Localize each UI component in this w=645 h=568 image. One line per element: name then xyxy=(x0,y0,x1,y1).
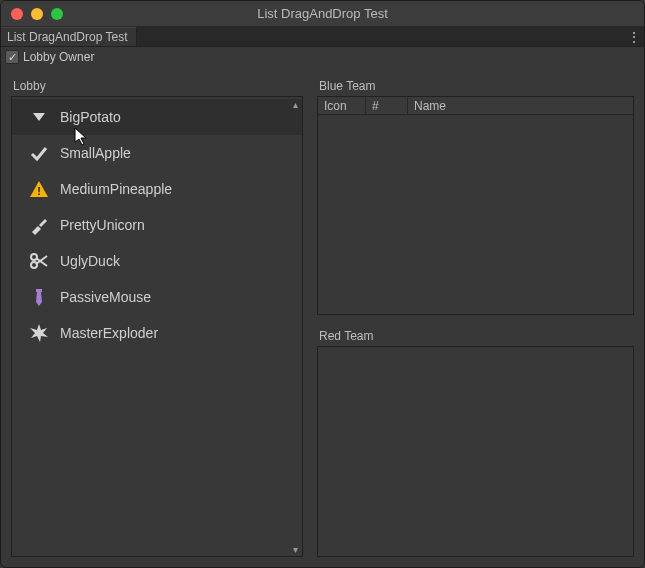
blue-team-heading: Blue Team xyxy=(317,79,634,93)
blue-team-block: Blue Team Icon # Name xyxy=(317,79,634,315)
lobby-item-masterexploder[interactable]: MasterExploder xyxy=(12,315,302,351)
minimize-window-button[interactable] xyxy=(31,8,43,20)
lobby-panel: BigPotato SmallApple ! Me xyxy=(11,96,303,557)
column-header-icon[interactable]: Icon xyxy=(318,97,366,114)
burst-icon xyxy=(28,322,50,344)
svg-rect-7 xyxy=(36,289,42,292)
tab-strip: List DragAndDrop Test ⋮ xyxy=(1,27,644,47)
lobby-scrollbar[interactable]: ▴ ▾ xyxy=(289,99,301,554)
warning-icon: ! xyxy=(28,178,50,200)
lobby-item-label: UglyDuck xyxy=(60,253,120,269)
lobby-item-smallapple[interactable]: SmallApple xyxy=(12,135,302,171)
lobby-item-prettyunicorn[interactable]: PrettyUnicorn xyxy=(12,207,302,243)
column-header-name[interactable]: Name xyxy=(408,97,633,114)
tab-list-draganddrop-test[interactable]: List DragAndDrop Test xyxy=(1,27,137,46)
lobby-heading: Lobby xyxy=(11,79,303,93)
options-row: ✓ Lobby Owner xyxy=(1,47,644,67)
red-team-heading: Red Team xyxy=(317,329,634,343)
tab-overflow-menu-button[interactable]: ⋮ xyxy=(628,27,644,46)
lobby-item-label: BigPotato xyxy=(60,109,121,125)
lobby-item-bigpotato[interactable]: BigPotato xyxy=(12,99,302,135)
blue-team-panel[interactable]: Icon # Name xyxy=(317,96,634,315)
blue-team-body[interactable] xyxy=(318,115,633,314)
red-team-panel[interactable] xyxy=(317,346,634,557)
lobby-item-uglyduck[interactable]: UglyDuck xyxy=(12,243,302,279)
teams-column: Blue Team Icon # Name Red Team xyxy=(317,79,634,557)
check-icon xyxy=(28,142,50,164)
tab-label: List DragAndDrop Test xyxy=(7,30,128,44)
titlebar: List DragAndDrop Test xyxy=(1,1,644,27)
brush-icon xyxy=(28,214,50,236)
chevron-down-icon xyxy=(28,106,50,128)
red-team-block: Red Team xyxy=(317,329,634,557)
lobby-item-label: MasterExploder xyxy=(60,325,158,341)
lobby-item-label: SmallApple xyxy=(60,145,131,161)
svg-marker-9 xyxy=(30,324,48,342)
svg-text:!: ! xyxy=(37,185,41,197)
scroll-down-arrow[interactable]: ▾ xyxy=(289,544,301,554)
lobby-list-container: BigPotato SmallApple ! Me xyxy=(12,97,302,556)
window-title: List DragAndDrop Test xyxy=(1,6,644,21)
tie-icon xyxy=(28,286,50,308)
lobby-item-label: PassiveMouse xyxy=(60,289,151,305)
maximize-window-button[interactable] xyxy=(51,8,63,20)
lobby-item-mediumpineapple[interactable]: ! MediumPineapple xyxy=(12,171,302,207)
scissors-icon xyxy=(28,250,50,272)
app-window: List DragAndDrop Test List DragAndDrop T… xyxy=(0,0,645,568)
window-controls xyxy=(1,8,63,20)
lobby-owner-label: Lobby Owner xyxy=(23,50,94,64)
close-window-button[interactable] xyxy=(11,8,23,20)
lobby-item-label: PrettyUnicorn xyxy=(60,217,145,233)
scroll-up-arrow[interactable]: ▴ xyxy=(289,99,301,109)
column-header-number[interactable]: # xyxy=(366,97,408,114)
lobby-owner-checkbox[interactable]: ✓ xyxy=(5,50,19,64)
main-content: Lobby BigPotato xyxy=(1,67,644,567)
svg-marker-8 xyxy=(36,292,42,306)
svg-marker-0 xyxy=(33,113,45,121)
lobby-item-label: MediumPineapple xyxy=(60,181,172,197)
blue-team-header-row: Icon # Name xyxy=(318,97,633,115)
red-team-body[interactable] xyxy=(318,347,633,556)
lobby-list[interactable]: BigPotato SmallApple ! Me xyxy=(12,97,302,351)
lobby-column: Lobby BigPotato xyxy=(11,79,303,557)
lobby-item-passivemouse[interactable]: PassiveMouse xyxy=(12,279,302,315)
